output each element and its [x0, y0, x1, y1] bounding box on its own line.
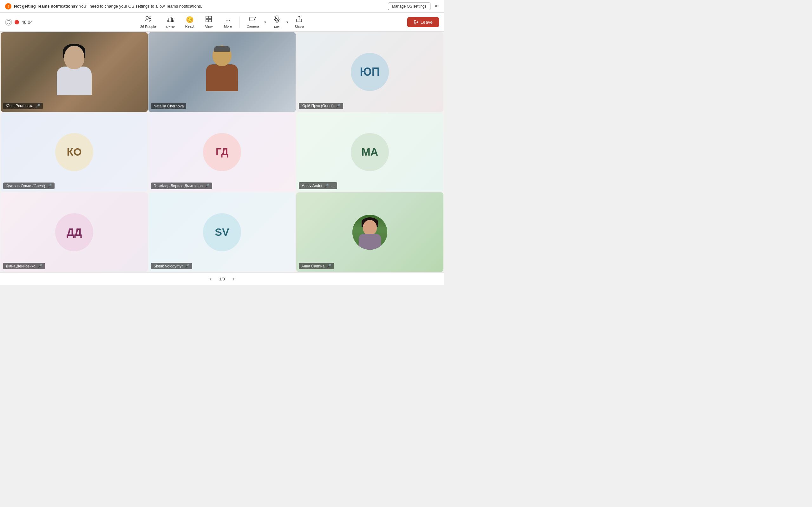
people-count-badge: 26 People — [140, 25, 156, 29]
mic-muted-icon-9: 🎤 — [326, 264, 332, 268]
participant-cell-8: SV Sistuk Volodymyr 🎤 — [148, 192, 296, 272]
raise-button[interactable]: Raise — [162, 14, 180, 31]
participant-cell-1: Юлія Рємінська 🎤 — [1, 32, 148, 112]
call-timer: 48:04 — [21, 20, 33, 25]
more-section: ··· More — [219, 14, 237, 30]
toolbar: 48:04 26 People — [0, 13, 444, 32]
warning-icon: ! — [5, 3, 11, 9]
participant-cell-3: ЮП Юрій Прус (Guest) 🎤 — [296, 32, 444, 112]
avatar-yuriy: ЮП — [351, 53, 389, 91]
people-button[interactable]: 26 People — [136, 14, 160, 31]
record-indicator — [14, 20, 19, 24]
more-options-icon-6: ··· — [331, 183, 335, 188]
participant-label-1: Юлія Рємінська 🎤 — [3, 103, 43, 109]
mic-icon-8: 🎤 — [185, 264, 190, 268]
participant-label-9: Анна Савина 🎤 — [299, 263, 334, 269]
camera-arrow-button[interactable]: ▾ — [264, 20, 267, 24]
mic-muted-icon-3: 🎤 — [336, 104, 341, 108]
view-icon — [206, 16, 212, 24]
participant-cell-4: КО Кучкова Ольга (Guest) 🎤 — [1, 112, 148, 192]
avatar-garmider: ГД — [203, 133, 241, 171]
toolbar-center: 26 People Raise 😊 React — [136, 14, 308, 31]
avatar-maiev: МА — [351, 133, 389, 171]
toolbar-separator — [239, 16, 240, 28]
participant-label-6: Maiev Andrii 🎤 ··· — [299, 182, 337, 189]
more-button[interactable]: ··· More — [219, 14, 237, 30]
react-label: React — [185, 24, 194, 28]
participant-cell-6: МА Maiev Andrii 🎤 ··· — [296, 112, 444, 192]
next-page-button[interactable]: › — [230, 274, 237, 284]
notification-bar: ! Not getting Teams notifications? You'l… — [0, 0, 444, 13]
participant-cell-9: Анна Савина 🎤 — [296, 192, 444, 272]
notification-close-button[interactable]: × — [433, 3, 439, 9]
react-icon: 😊 — [186, 16, 194, 23]
view-label: View — [205, 25, 213, 29]
manage-os-settings-button[interactable]: Manage OS settings — [388, 3, 431, 10]
participant-cell-5: ГД Гармідер Лариса Дмитрівна 🎤 — [148, 112, 296, 192]
mic-muted-icon-7: 🎤 — [38, 264, 43, 268]
mic-muted-icon — [274, 15, 280, 24]
pagination-bar: ‹ 1/3 › — [0, 273, 444, 285]
raise-label: Raise — [166, 25, 175, 29]
shield-icon — [5, 19, 12, 26]
toolbar-right: Leave — [407, 17, 439, 27]
camera-section: Camera ▾ — [242, 14, 266, 30]
mic-muted-icon-4: 🎤 — [47, 183, 52, 188]
page-indicator: 1/3 — [219, 277, 225, 281]
timer-section: 48:04 — [5, 19, 33, 26]
person-figure-2 — [200, 45, 244, 102]
svg-rect-5 — [167, 20, 169, 22]
svg-rect-7 — [206, 16, 208, 19]
svg-rect-10 — [209, 19, 212, 22]
camera-icon — [249, 16, 256, 23]
share-icon — [296, 16, 302, 24]
avatar-sistuk: SV — [203, 213, 241, 251]
camera-button[interactable]: Camera — [242, 14, 263, 30]
participant-label-2: Nataliia Chernova — [151, 103, 186, 109]
mic-button[interactable]: Mic — [268, 14, 286, 31]
svg-rect-11 — [250, 17, 254, 21]
participant-label-8: Sistuk Volodymyr 🎤 — [151, 263, 192, 269]
more-label: More — [224, 24, 232, 28]
svg-point-0 — [146, 16, 148, 19]
avatar-photo-anna — [352, 215, 387, 250]
participant-label-4: Кучкова Ольга (Guest) 🎤 — [3, 182, 55, 189]
avatar-kuchkova: КО — [55, 133, 93, 171]
person-figure-1 — [52, 44, 96, 101]
mic-muted-icon-6: 🎤 — [324, 183, 329, 188]
mic-muted-icon-1: 🎤 — [35, 104, 40, 108]
svg-point-1 — [149, 17, 151, 19]
react-button[interactable]: 😊 React — [181, 14, 199, 30]
svg-rect-9 — [206, 19, 208, 22]
svg-rect-6 — [172, 20, 174, 22]
mic-muted-icon-5: 🎤 — [205, 183, 210, 188]
share-button[interactable]: Share — [290, 14, 308, 31]
people-icon — [145, 16, 152, 24]
mic-section: Mic ▾ — [268, 14, 289, 31]
notification-text: Not getting Teams notifications? You'll … — [14, 4, 386, 9]
leave-button[interactable]: Leave — [407, 17, 439, 27]
camera-label: Camera — [247, 24, 259, 28]
svg-rect-8 — [209, 16, 212, 19]
avatar-diana: ДД — [55, 213, 93, 251]
share-label: Share — [295, 25, 304, 29]
participant-label-3: Юрій Прус (Guest) 🎤 — [299, 103, 343, 109]
mic-arrow-button[interactable]: ▾ — [286, 20, 289, 24]
prev-page-button[interactable]: ‹ — [207, 274, 214, 284]
participant-cell-7: ДД Діана Денисенко 🎤 — [1, 192, 148, 272]
participant-label-7: Діана Денисенко 🎤 — [3, 263, 45, 269]
raise-icon — [167, 15, 174, 24]
mic-label: Mic — [274, 25, 280, 29]
more-icon: ··· — [225, 16, 231, 23]
video-grid: Юлія Рємінська 🎤 Nataliia Chernova ЮП Юр… — [0, 32, 444, 273]
view-button[interactable]: View — [200, 14, 217, 31]
participant-cell-2: Nataliia Chernova — [148, 32, 296, 112]
participant-label-5: Гармідер Лариса Дмитрівна 🎤 — [151, 182, 212, 189]
